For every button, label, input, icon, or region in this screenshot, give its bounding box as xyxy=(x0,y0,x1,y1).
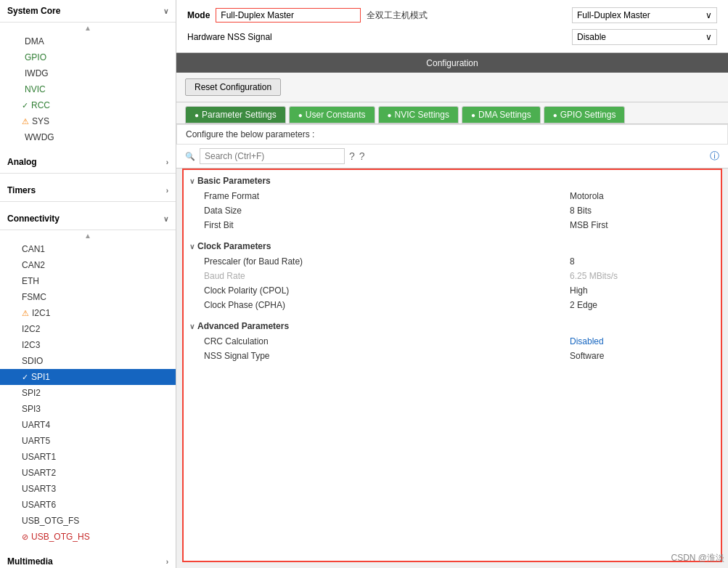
config-header: Configuration xyxy=(176,53,728,73)
search-input[interactable] xyxy=(200,148,345,164)
sidebar-section-multimedia-label: Multimedia xyxy=(7,556,53,567)
sidebar-item-uart4[interactable]: UART4 xyxy=(0,417,176,433)
mode-section: Mode 全双工主机模式 Full-Duplex Master ∨ Hardwa… xyxy=(176,0,728,53)
sidebar-section-system-core-label: System Core xyxy=(7,6,60,16)
search-help-icon-2[interactable]: ? xyxy=(359,150,365,162)
sidebar-item-can2[interactable]: CAN2 xyxy=(0,257,176,273)
param-value-cpha: 2 Edge xyxy=(570,300,715,310)
mode-label: Mode xyxy=(187,10,210,20)
sidebar-item-can1[interactable]: CAN1 xyxy=(0,241,176,257)
mode-input[interactable] xyxy=(221,10,356,20)
main-content: Mode 全双工主机模式 Full-Duplex Master ∨ Hardwa… xyxy=(176,0,728,568)
sidebar-section-analog-label: Analog xyxy=(7,157,37,167)
sidebar-item-i2c3[interactable]: I2C3 xyxy=(0,337,176,353)
sidebar-section-analog[interactable]: Analog › xyxy=(0,151,176,174)
basic-params-header[interactable]: ∨ Basic Parameters xyxy=(189,173,715,189)
advanced-collapse-icon: ∨ xyxy=(189,322,195,330)
sidebar-item-sdio[interactable]: SDIO xyxy=(0,353,176,369)
tab-nvic-settings[interactable]: ● NVIC Settings xyxy=(378,106,459,123)
i2c1-warning-icon: ⚠ xyxy=(22,309,29,318)
sidebar-item-nvic-label: NVIC xyxy=(25,84,46,94)
sidebar-item-i2c2-label: I2C2 xyxy=(22,324,40,334)
sidebar-item-iwdg[interactable]: IWDG xyxy=(0,65,176,81)
sidebar-item-wwdg[interactable]: WWDG xyxy=(0,129,176,145)
config-toolbar: Reset Configuration xyxy=(176,73,728,102)
mode-dropdown[interactable]: Full-Duplex Master ∨ xyxy=(572,7,717,23)
sidebar-item-rcc-label: RCC xyxy=(31,100,50,110)
sidebar-item-dma[interactable]: DMA xyxy=(0,33,176,49)
sidebar-section-system-core-chevron: ∨ xyxy=(163,7,168,15)
tab-dma-settings[interactable]: ● DMA Settings xyxy=(462,106,541,123)
param-row-cpha: Clock Phase (CPHA) 2 Edge xyxy=(189,298,715,312)
tab-parameter-settings[interactable]: ● Parameter Settings xyxy=(185,106,286,123)
sidebar-item-usb-otg-hs-label: USB_OTG_HS xyxy=(31,532,90,542)
sys-warning-icon: ⚠ xyxy=(22,117,29,126)
info-icon[interactable]: ⓘ xyxy=(710,150,719,163)
sidebar-item-sys-label: SYS xyxy=(32,116,49,126)
configure-text: Configure the below parameters : xyxy=(176,124,728,145)
sidebar-item-rcc[interactable]: ✓ RCC xyxy=(0,97,176,113)
sidebar-section-multimedia[interactable]: Multimedia › xyxy=(0,551,176,568)
param-row-cpol: Clock Polarity (CPOL) High xyxy=(189,283,715,298)
rcc-check-icon: ✓ xyxy=(22,101,28,110)
tab-gpio-icon: ● xyxy=(553,111,557,119)
config-header-label: Configuration xyxy=(426,58,478,68)
sidebar-item-sys[interactable]: ⚠ SYS xyxy=(0,113,176,129)
sidebar-section-timers[interactable]: Timers › xyxy=(0,179,176,202)
sidebar-item-usart3[interactable]: USART3 xyxy=(0,481,176,497)
sidebar-section-connectivity[interactable]: Connectivity ∨ xyxy=(0,208,176,230)
param-name-data-size: Data Size xyxy=(204,206,570,216)
watermark: CSDN @淮淡 xyxy=(671,552,724,564)
hw-nss-dropdown[interactable]: Disable ∨ xyxy=(572,29,717,45)
sidebar-section-connectivity-label: Connectivity xyxy=(7,214,60,224)
mode-dropdown-chevron: ∨ xyxy=(705,10,712,20)
clock-params-header[interactable]: ∨ Clock Parameters xyxy=(189,238,715,254)
sidebar-item-spi2[interactable]: SPI2 xyxy=(0,385,176,401)
sidebar-item-eth[interactable]: ETH xyxy=(0,273,176,289)
sidebar-item-nvic[interactable]: NVIC xyxy=(0,81,176,97)
tab-dma-label: DMA Settings xyxy=(478,110,531,120)
param-row-first-bit: First Bit MSB First xyxy=(189,218,715,232)
params-content: ∨ Basic Parameters Frame Format Motorola… xyxy=(182,169,722,562)
usb-otg-hs-error-icon: ⊘ xyxy=(22,532,28,542)
tab-user-constants[interactable]: ● User Constants xyxy=(289,106,375,123)
mode-input-wrapper xyxy=(216,8,361,23)
advanced-params-section: ∨ Advanced Parameters CRC Calculation Di… xyxy=(184,315,721,366)
hw-nss-chevron: ∨ xyxy=(705,32,712,42)
param-name-first-bit: First Bit xyxy=(204,220,570,230)
search-help-icon-1[interactable]: ? xyxy=(349,150,355,162)
sidebar-item-spi2-label: SPI2 xyxy=(22,388,41,398)
sidebar-item-usart1[interactable]: USART1 xyxy=(0,449,176,465)
sidebar-item-gpio-label: GPIO xyxy=(25,52,46,62)
sidebar-item-spi3[interactable]: SPI3 xyxy=(0,401,176,417)
config-section: Configuration Reset Configuration ● Para… xyxy=(176,53,728,568)
basic-params-label: Basic Parameters xyxy=(197,176,271,186)
sidebar-item-gpio[interactable]: GPIO xyxy=(0,49,176,65)
advanced-params-header[interactable]: ∨ Advanced Parameters xyxy=(189,318,715,334)
sidebar-section-multimedia-chevron: › xyxy=(166,558,168,566)
basic-collapse-icon: ∨ xyxy=(189,177,195,185)
sidebar: System Core ∨ ▲ DMA GPIO IWDG NVIC ✓ RCC… xyxy=(0,0,176,568)
sidebar-item-uart5[interactable]: UART5 xyxy=(0,433,176,449)
param-value-crc: Disabled xyxy=(570,336,715,346)
sidebar-item-usb-otg-hs[interactable]: ⊘ USB_OTG_HS xyxy=(0,529,176,545)
tab-user-label: User Constants xyxy=(306,110,366,120)
sidebar-item-spi1[interactable]: ✓ SPI1 xyxy=(0,369,176,385)
sidebar-item-usart6[interactable]: USART6 xyxy=(0,497,176,513)
sidebar-item-fsmc[interactable]: FSMC xyxy=(0,289,176,305)
sidebar-item-i2c1-label: I2C1 xyxy=(32,308,50,318)
sidebar-item-can1-label: CAN1 xyxy=(22,244,45,254)
param-name-cpol: Clock Polarity (CPOL) xyxy=(204,285,570,296)
sidebar-item-i2c2[interactable]: I2C2 xyxy=(0,321,176,337)
clock-params-label: Clock Parameters xyxy=(197,241,271,251)
sidebar-item-spi3-label: SPI3 xyxy=(22,404,41,414)
param-name-baud-rate: Baud Rate xyxy=(204,271,570,281)
sidebar-item-i2c1[interactable]: ⚠ I2C1 xyxy=(0,305,176,321)
sidebar-item-usart6-label: USART6 xyxy=(22,500,56,510)
sidebar-item-usb-otg-fs[interactable]: USB_OTG_FS xyxy=(0,513,176,529)
sidebar-section-system-core[interactable]: System Core ∨ xyxy=(0,0,176,23)
param-name-nss-signal: NSS Signal Type xyxy=(204,351,570,361)
sidebar-item-usart2[interactable]: USART2 xyxy=(0,465,176,481)
tab-gpio-settings[interactable]: ● GPIO Settings xyxy=(544,106,626,123)
reset-configuration-button[interactable]: Reset Configuration xyxy=(185,78,281,96)
